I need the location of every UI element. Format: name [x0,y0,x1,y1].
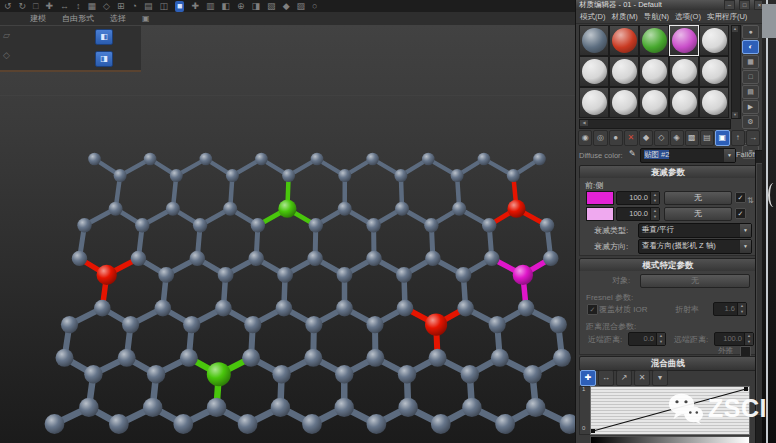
go-to-parent-icon[interactable]: ↑ [731,130,745,146]
near-distance-spinner[interactable]: 0.0▲▼ [628,332,666,346]
side-map-none-button[interactable]: 无 [664,207,732,221]
watermark-text: ZSCI [708,394,767,423]
far-distance-spinner[interactable]: 100.0▲▼ [714,332,754,346]
material-sample-sphere [642,28,667,53]
object-none-button[interactable]: 无 [640,274,750,288]
options-icon[interactable]: ⚙ [742,115,759,129]
falloff-type-dropdown[interactable]: 垂直/平行▼ [638,223,752,238]
side-map-checkbox[interactable]: ✓ [735,208,746,219]
restore-button[interactable]: □ [739,0,750,10]
material-sample-slot[interactable] [579,56,609,87]
material-sample-palette [579,25,729,118]
material-sample-slot[interactable] [699,25,729,56]
object-label: 对象: [612,275,630,286]
material-sample-sphere [702,28,727,53]
show-map-in-viewport-icon[interactable]: ▣ [715,130,729,146]
material-sample-sphere [642,59,667,84]
curve-output-gradient [590,436,750,443]
side-amount-spinner[interactable]: 100.0▲▼ [616,207,660,221]
material-sample-slot[interactable] [669,56,699,87]
material-editor-window: 材质编辑器 - 01 - Default – □ × 模式(D) 材质(M) 导… [575,0,763,443]
panel-collapse-handle-icon[interactable] [768,183,776,207]
material-sample-slot[interactable] [609,56,639,87]
map-name-dropdown[interactable]: 贴图 #2 ▼ [640,148,736,163]
put-material-to-scene-icon[interactable]: ◎ [593,130,607,146]
material-sample-slot[interactable] [609,25,639,56]
video-color-check-icon[interactable]: ▤ [742,85,759,99]
material-sample-slot[interactable] [699,87,729,118]
material-sample-sphere [582,28,607,53]
curve-y-max-label: 1 [582,386,585,392]
material-sample-slot[interactable] [639,25,669,56]
material-sample-sphere [672,90,697,115]
palette-horizontal-scrollbar[interactable]: ◀ [579,119,731,129]
override-ior-checkbox[interactable]: ✓ [587,304,598,315]
screen: ↺↻□✚↔↕▦◇⊞◔▤◫■✚▥◧⊕◨▧◆▨○ 建模 自由形式 选择 ▣ ▱ ◇ … [0,0,776,443]
sample-uv-tiling-icon[interactable]: □ [742,70,759,84]
material-sample-slot[interactable] [579,87,609,118]
side-color-swatch[interactable] [586,207,614,221]
material-sample-slot[interactable] [609,87,639,118]
menu-modes[interactable]: 模式(D) [580,12,605,22]
diffuse-color-label: Diffuse color: [579,151,623,160]
material-editor-menubar: 模式(D) 材质(M) 导航(N) 选项(O) 实用程序(U) [576,10,767,24]
material-sample-sphere [642,90,667,115]
right-edge-strip [762,0,776,443]
menu-options[interactable]: 选项(O) [675,12,701,22]
backlight-icon[interactable]: ◐ [742,40,759,54]
material-sample-slot[interactable] [639,87,669,118]
add-point-icon[interactable]: ↗ [616,370,632,386]
material-sample-slot[interactable] [699,56,729,87]
dropdown-arrow-icon[interactable]: ▼ [723,149,735,162]
material-sample-sphere [672,59,697,84]
material-id-channel-icon[interactable]: ◈ [670,130,684,146]
move-point-icon[interactable]: ✚ [580,370,596,386]
color-picker-icon[interactable]: ✎ [629,149,636,158]
material-sample-slot[interactable] [669,25,699,56]
falloff-direction-dropdown[interactable]: 查看方向(摄影机 Z 轴)▼ [638,239,752,254]
front-amount-spinner[interactable]: 100.0▲▼ [616,191,660,205]
front-side-label: 前:侧 [585,180,603,191]
rollout-mix-curve[interactable]: 混合曲线 [579,356,757,371]
material-editor-titlebar[interactable]: 材质编辑器 - 01 - Default – □ × [576,0,766,10]
mode-specific-panel: 对象: 无 Fresnel 参数: ✓ 覆盖材质 IOR 折射率 1.6▲▼ 距… [579,271,757,355]
assign-material-to-selection-icon[interactable]: ● [609,130,623,146]
scroll-down-icon[interactable]: ▼ [732,112,738,118]
material-editor-toolbar: ◉◎●✕◆◇◈▩▤▣↑→ [578,130,760,146]
show-end-result-icon[interactable]: ▤ [700,130,714,146]
near-distance-label: 近端距离: [588,334,622,345]
palette-vertical-scrollbar[interactable]: ▲ ▼ [731,25,741,119]
make-material-copy-icon[interactable]: ◆ [639,130,653,146]
material-sample-slot[interactable] [639,56,669,87]
go-forward-to-sibling-icon[interactable]: → [746,130,760,146]
scroll-up-icon[interactable]: ▲ [732,26,738,32]
sample-type-icon[interactable]: ● [742,25,759,39]
delete-point-icon[interactable]: ✕ [634,370,650,386]
material-sample-slot[interactable] [579,25,609,56]
menu-utilities[interactable]: 实用程序(U) [707,12,747,22]
extrapolate-label: 外推 [718,346,733,356]
front-map-checkbox[interactable]: ✓ [735,192,746,203]
curve-y-min-label: 0 [582,425,585,431]
show-background-icon[interactable]: ▩ [685,130,699,146]
swap-colors-icon[interactable]: ⇅ [747,196,754,205]
scale-point-icon[interactable]: ↔ [598,370,614,386]
material-sample-sphere [702,59,727,84]
front-color-swatch[interactable] [586,191,614,205]
minimize-button[interactable]: – [724,0,735,10]
get-material-icon[interactable]: ◉ [578,130,592,146]
reset-map-icon[interactable]: ✕ [624,130,638,146]
map-type-label[interactable]: Falloff [736,150,756,159]
menu-navigation[interactable]: 导航(N) [644,12,669,22]
ior-spinner[interactable]: 1.6▲▼ [713,302,747,316]
material-sample-sphere [672,28,697,53]
background-icon[interactable]: ▦ [742,55,759,69]
curve-menu-icon[interactable]: ▾ [652,370,668,386]
falloff-direction-label: 衰减方向: [594,241,628,252]
scroll-left-icon[interactable]: ◀ [580,120,588,126]
front-map-none-button[interactable]: 无 [664,191,732,205]
generate-preview-icon[interactable]: ▶ [742,100,759,114]
material-sample-slot[interactable] [669,87,699,118]
menu-material[interactable]: 材质(M) [611,12,637,22]
put-to-library-icon[interactable]: ◇ [654,130,668,146]
